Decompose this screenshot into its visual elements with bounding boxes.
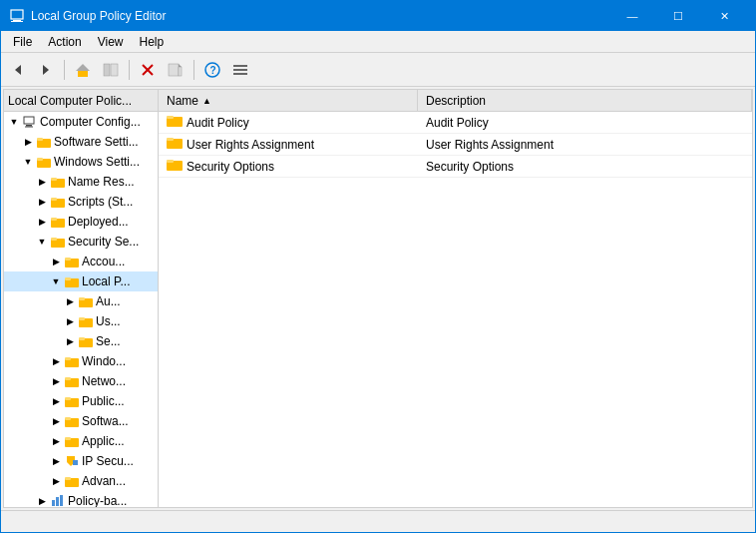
tree-toggle-netwo[interactable]: ▶ (48, 373, 64, 389)
svg-rect-16 (233, 65, 247, 67)
sort-arrow: ▲ (202, 96, 211, 106)
minimize-button[interactable]: — (609, 1, 655, 31)
tree-toggle-public[interactable]: ▶ (48, 393, 64, 409)
menu-help[interactable]: Help (132, 33, 173, 51)
tree-toggle-softwa[interactable]: ▶ (48, 413, 64, 429)
tree-node-security-se[interactable]: ▼Security Se... (4, 232, 158, 252)
svg-rect-11 (169, 64, 179, 76)
detail-row-1[interactable]: User Rights AssignmentUser Rights Assign… (159, 134, 752, 156)
svg-rect-47 (65, 377, 71, 380)
export-button[interactable] (163, 57, 189, 83)
tree-node-se[interactable]: ▶Se... (4, 331, 158, 351)
show-hide-button[interactable] (98, 57, 124, 83)
tree-node-windo[interactable]: ▶Windo... (4, 351, 158, 371)
toolbar-sep-3 (193, 60, 194, 80)
up-button[interactable] (70, 57, 96, 83)
col-header-name[interactable]: Name ▲ (159, 90, 418, 111)
svg-rect-59 (52, 500, 55, 506)
tree-node-computer-config[interactable]: ▼Computer Config... (4, 112, 158, 132)
tree-icon-softwa (64, 413, 80, 429)
tree-toggle-account[interactable]: ▶ (48, 254, 64, 269)
tree-node-applic[interactable]: ▶Applic... (4, 431, 158, 451)
detail-row-2[interactable]: Security OptionsSecurity Options (159, 156, 752, 178)
tree-icon-software-settings (36, 134, 52, 150)
detail-desc-0: Audit Policy (418, 116, 752, 130)
svg-rect-20 (26, 125, 32, 127)
tree-label-windows-settings: Windows Setti... (54, 155, 140, 169)
detail-row-0[interactable]: Audit PolicyAudit Policy (159, 112, 752, 134)
menu-action[interactable]: Action (40, 33, 89, 51)
tree-node-ip-secu[interactable]: ▶IP Secu... (4, 451, 158, 471)
tree-label-policy-ba: Policy-ba... (68, 494, 127, 507)
help-button[interactable]: ? (199, 57, 225, 83)
tree-node-deployed[interactable]: ▶Deployed... (4, 212, 158, 232)
detail-desc-1: User Rights Assignment (418, 138, 752, 152)
tree-node-windows-settings[interactable]: ▼Windows Setti... (4, 152, 158, 172)
tree-node-netwo[interactable]: ▶Netwo... (4, 371, 158, 391)
close-button[interactable]: ✕ (701, 1, 747, 31)
tree-toggle-windows-settings[interactable]: ▼ (20, 154, 36, 170)
col-header-desc[interactable]: Description (418, 90, 752, 111)
tree-toggle-software-settings[interactable]: ▶ (20, 134, 36, 150)
tree-node-name-res[interactable]: ▶Name Res... (4, 172, 158, 192)
tree-toggle-advan[interactable]: ▶ (48, 473, 64, 489)
tree-label-ip-secu: IP Secu... (82, 454, 134, 468)
tree-toggle-ip-secu[interactable]: ▶ (48, 453, 64, 469)
tree-toggle-name-res[interactable]: ▶ (34, 174, 50, 190)
svg-rect-25 (37, 158, 43, 161)
tree-node-local-p[interactable]: ▼Local P... (4, 271, 158, 291)
main-window: Local Group Policy Editor — ☐ ✕ File Act… (0, 0, 756, 533)
tree-body: ▼Computer Config...▶Software Setti...▼Wi… (4, 112, 158, 507)
tree-toggle-deployed[interactable]: ▶ (34, 214, 50, 230)
tree-icon-applic (64, 433, 80, 449)
svg-rect-51 (65, 417, 71, 420)
tree-label-computer-config: Computer Config... (40, 115, 141, 129)
detail-name-text-0: Audit Policy (187, 116, 249, 130)
tree-node-software-settings[interactable]: ▶Software Setti... (4, 132, 158, 152)
tree-icon-deployed (50, 214, 66, 230)
tree-node-scripts[interactable]: ▶Scripts (St... (4, 192, 158, 212)
toolbar-sep-1 (64, 60, 65, 80)
view-button[interactable] (227, 57, 253, 83)
window-title: Local Group Policy Editor (31, 9, 609, 23)
content-area: Local Computer Polic... ▼Computer Config… (3, 89, 753, 508)
tree-node-advan[interactable]: ▶Advan... (4, 471, 158, 491)
tree-toggle-local-p[interactable]: ▼ (48, 273, 64, 289)
svg-marker-6 (76, 64, 90, 71)
tree-panel: Local Computer Polic... ▼Computer Config… (4, 90, 159, 507)
menu-view[interactable]: View (90, 33, 132, 51)
tree-node-softwa[interactable]: ▶Softwa... (4, 411, 158, 431)
maximize-button[interactable]: ☐ (655, 1, 701, 31)
delete-button[interactable] (135, 57, 161, 83)
tree-node-policy-ba[interactable]: ▶Policy-ba... (4, 491, 158, 507)
tree-toggle-computer-config[interactable]: ▼ (6, 114, 22, 130)
tree-toggle-policy-ba[interactable]: ▶ (34, 493, 50, 507)
tree-node-public[interactable]: ▶Public... (4, 391, 158, 411)
svg-rect-49 (65, 397, 71, 400)
tree-icon-windo (64, 353, 80, 369)
svg-rect-58 (65, 477, 71, 480)
tree-toggle-us[interactable]: ▶ (62, 313, 78, 329)
tree-toggle-applic[interactable]: ▶ (48, 433, 64, 449)
tree-icon-us (78, 313, 94, 329)
tree-toggle-windo[interactable]: ▶ (48, 353, 64, 369)
svg-rect-5 (78, 70, 88, 77)
tree-node-au[interactable]: ▶Au... (4, 291, 158, 311)
tree-toggle-scripts[interactable]: ▶ (34, 194, 50, 210)
toolbar-sep-2 (129, 60, 130, 80)
tree-toggle-au[interactable]: ▶ (62, 293, 78, 309)
tree-label-netwo: Netwo... (82, 374, 126, 388)
tree-icon-windows-settings (36, 154, 52, 170)
svg-rect-35 (65, 258, 71, 261)
tree-node-account[interactable]: ▶Accou... (4, 252, 158, 271)
tree-header: Local Computer Polic... (4, 90, 158, 112)
back-button[interactable] (5, 57, 31, 83)
details-panel: Name ▲ Description Audit PolicyAudit Pol… (159, 90, 752, 507)
tree-icon-policy-ba (50, 493, 66, 507)
tree-toggle-se[interactable]: ▶ (62, 333, 78, 349)
svg-rect-13 (179, 67, 182, 76)
tree-toggle-security-se[interactable]: ▼ (34, 234, 50, 250)
tree-node-us[interactable]: ▶Us... (4, 311, 158, 331)
menu-file[interactable]: File (5, 33, 40, 51)
forward-button[interactable] (33, 57, 59, 83)
